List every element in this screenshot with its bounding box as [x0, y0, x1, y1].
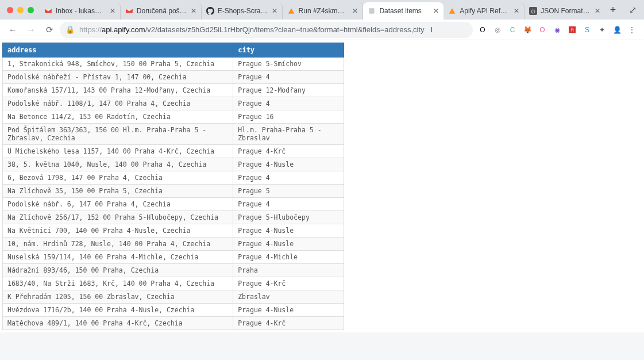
extension-icon[interactable]: S: [582, 25, 592, 35]
extension-icon[interactable]: C: [507, 25, 518, 35]
minimize-window-button[interactable]: [17, 7, 24, 13]
tab-close-button[interactable]: ✕: [191, 7, 196, 15]
extension-icons: O◎C🦊O◉🅰S✦👤⋮: [475, 25, 639, 35]
table-cell: Prague 4-Nusle: [233, 158, 344, 171]
close-window-button[interactable]: [7, 7, 13, 13]
browser-tab[interactable]: Dataset items✕: [363, 2, 444, 20]
table-row: Matěchova 489/1, 140 00 Praha 4-Krč, Cze…: [3, 317, 344, 330]
table-cell: Na Betonce 114/2, 153 00 Radotín, Czechi…: [3, 110, 233, 124]
extension-icon[interactable]: ✦: [597, 25, 607, 35]
table-row: Na Zlíchově 35, 150 00 Praha 5, CzechiaP…: [3, 185, 344, 198]
table-row: Podolské nábř. 6, 147 00 Praha 4, Czechi…: [3, 198, 344, 211]
back-button[interactable]: ←: [5, 22, 21, 38]
address-bar[interactable]: 🔒 https://api.apify.com/v2/datasets/z5hG…: [60, 22, 473, 38]
maximize-window-button[interactable]: [28, 7, 34, 13]
tab-favicon: [287, 7, 295, 15]
table-cell: Prague 12-Modřany: [233, 84, 344, 97]
table-cell: Na Zlíchově 256/17, 152 00 Praha 5-Hlubo…: [3, 211, 233, 224]
text-cursor: I: [430, 25, 433, 34]
browser-tab[interactable]: {}JSON Formatter -✕: [525, 2, 605, 20]
new-tab-button[interactable]: +: [605, 2, 621, 18]
table-cell: Prague 4-Krč: [233, 145, 344, 158]
extension-icon[interactable]: 👤: [612, 25, 622, 35]
extension-icon[interactable]: 🅰: [567, 25, 577, 35]
tab-title: Run #Z4skmWAS: [299, 7, 349, 15]
table-cell: Komořanská 157/11, 143 00 Praha 12-Modřa…: [3, 84, 233, 97]
tabs-container: Inbox - lukas@ap✕Doručená pošta -✕E-Shop…: [40, 0, 605, 20]
tab-close-button[interactable]: ✕: [352, 7, 358, 15]
table-cell: Prague 16: [233, 110, 344, 124]
lock-icon: 🔒: [65, 25, 75, 34]
table-cell: Nuselská 159/114, 140 00 Praha 4-Michle,…: [3, 251, 233, 264]
dataset-table: addresscity 1, Strakonická 948, Smíchov,…: [2, 43, 344, 330]
extension-icon[interactable]: ◉: [552, 25, 562, 35]
browser-tab[interactable]: Inbox - lukas@ap✕: [40, 2, 121, 20]
tab-title: Doručená pošta -: [137, 7, 187, 15]
tab-favicon: [368, 7, 376, 15]
table-row: Na Betonce 114/2, 153 00 Radotín, Czechi…: [3, 110, 344, 124]
table-cell: Prague 4-Nusle: [233, 304, 344, 317]
table-cell: Zbraslav: [233, 290, 344, 304]
tab-close-button[interactable]: ✕: [110, 7, 115, 15]
table-cell: Prague 4-Nusle: [233, 224, 344, 238]
table-cell: Prague 4-Krč: [233, 317, 344, 330]
tab-favicon: [448, 7, 456, 15]
table-cell: Podolské nábřeží - Přístav 1, 147 00, Cz…: [3, 71, 233, 84]
extension-icon[interactable]: O: [477, 25, 488, 35]
page-content: addresscity 1, Strakonická 948, Smíchov,…: [0, 40, 644, 332]
table-row: 10, nám. Hrdinů 728, Nusle, 140 00 Praha…: [3, 238, 344, 251]
browser-chrome: Inbox - lukas@ap✕Doručená pošta -✕E-Shop…: [0, 0, 644, 40]
table-cell: Pod Špitálem 363/363, 156 00 Hl.m. Praha…: [3, 124, 233, 145]
tab-title: JSON Formatter -: [541, 7, 591, 15]
table-cell: Prague 4: [233, 198, 344, 211]
tab-close-button[interactable]: ✕: [272, 7, 277, 15]
tab-close-button[interactable]: ✕: [514, 7, 519, 15]
tab-close-button[interactable]: ✕: [433, 7, 439, 15]
tab-favicon: [44, 7, 52, 15]
extension-icon[interactable]: ◎: [492, 25, 503, 35]
extension-icon[interactable]: O: [537, 25, 547, 35]
extension-icon[interactable]: ⋮: [627, 25, 637, 35]
table-cell: K Přehradám 1205, 156 00 Zbraslav, Czech…: [3, 290, 233, 304]
table-cell: Prague 4: [233, 171, 344, 185]
table-cell: 10, nám. Hrdinů 728, Nusle, 140 00 Praha…: [3, 238, 233, 251]
extension-icon[interactable]: 🦊: [522, 25, 533, 35]
table-row: Na Zlíchově 256/17, 152 00 Praha 5-Hlubo…: [3, 211, 344, 224]
browser-tab[interactable]: E-Shops-Scraper✕: [202, 2, 283, 20]
table-cell: Prague 5-Hlubočepy: [233, 211, 344, 224]
table-row: Hvězdova 1716/2b, 140 00 Praha 4-Nusle, …: [3, 304, 344, 317]
table-row: K Přehradám 1205, 156 00 Zbraslav, Czech…: [3, 290, 344, 304]
table-cell: Nádražní 893/46, 150 00 Praha, Czechia: [3, 264, 233, 277]
browser-tab[interactable]: Apify API Referen✕: [444, 2, 525, 20]
expand-window-button[interactable]: ⤢: [621, 5, 644, 16]
table-cell: Prague 5-Smíchov: [233, 58, 344, 71]
tab-close-button[interactable]: ✕: [595, 7, 600, 15]
forward-button[interactable]: →: [23, 22, 39, 38]
table-cell: Prague 4: [233, 97, 344, 110]
table-cell: Prague 4-Nusle: [233, 238, 344, 251]
table-row: U Michelského lesa 1157, 140 00 Praha 4-…: [3, 145, 344, 158]
table-cell: Prague 4-Michle: [233, 251, 344, 264]
tab-title: Dataset items: [379, 7, 430, 15]
table-row: Podolské nábř. 1108/1, 147 00 Praha 4, C…: [3, 97, 344, 110]
table-cell: U Michelského lesa 1157, 140 00 Praha 4-…: [3, 145, 233, 158]
browser-tab[interactable]: Run #Z4skmWAS✕: [283, 2, 364, 20]
table-row: Komořanská 157/11, 143 00 Praha 12-Modřa…: [3, 84, 344, 97]
table-row: 38, 5. května 1040, Nusle, 140 00 Praha …: [3, 158, 344, 171]
browser-tab[interactable]: Doručená pošta -✕: [121, 2, 202, 20]
table-cell: Hl.m. Praha-Praha 5 - Zbraslav: [233, 124, 344, 145]
window-controls: [5, 7, 40, 13]
reload-button[interactable]: ⟳: [41, 22, 57, 38]
table-cell: Podolské nábř. 1108/1, 147 00 Praha 4, C…: [3, 97, 233, 110]
table-cell: Praha: [233, 264, 344, 277]
table-row: Nádražní 893/46, 150 00 Praha, CzechiaPr…: [3, 264, 344, 277]
table-row: Podolské nábřeží - Přístav 1, 147 00, Cz…: [3, 71, 344, 84]
tab-title: Apify API Referen: [460, 7, 510, 15]
table-cell: Prague 5: [233, 185, 344, 198]
tab-title: E-Shops-Scraper: [218, 7, 268, 15]
table-row: 6, Bezová 1798, 147 00 Praha 4, CzechiaP…: [3, 171, 344, 185]
svg-rect-0: [369, 8, 375, 13]
table-cell: Na Zlíchově 35, 150 00 Praha 5, Czechia: [3, 185, 233, 198]
table-cell: Hvězdova 1716/2b, 140 00 Praha 4-Nusle, …: [3, 304, 233, 317]
table-cell: Matěchova 489/1, 140 00 Praha 4-Krč, Cze…: [3, 317, 233, 330]
